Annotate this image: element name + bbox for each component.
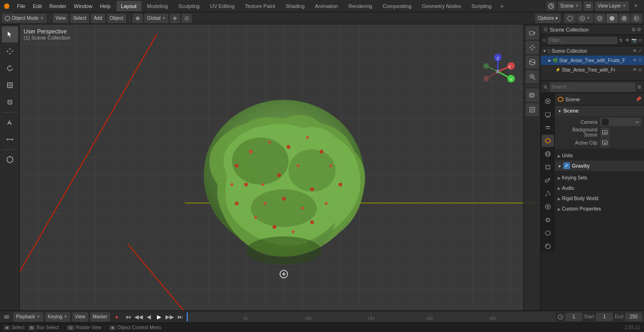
outliner-tree-item-2[interactable]: ⚡ Star_Anise_Tree_with_Fr 👁 ⊙ [541,65,644,74]
modifier-props-tab[interactable] [542,174,554,186]
timeline-ruler[interactable]: 1 50 100 150 200 250 [187,312,555,322]
tab-compositing[interactable]: Compositing [378,1,416,11]
view-layer-props-tab[interactable] [542,121,554,134]
scene-selector[interactable]: Scene ▼ [558,1,582,11]
viewport-camera-button[interactable] [526,26,539,40]
outliner-settings-icon[interactable]: ⚙ [637,27,641,32]
scene-props-tab[interactable] [542,135,554,147]
jump-end-button[interactable]: ⏭ [175,312,185,322]
tab-modeling[interactable]: Modeling [142,1,173,11]
camera-edit-button[interactable]: ✏ [636,120,639,125]
play-button[interactable]: ▶ [155,312,164,322]
xray-button[interactable] [594,14,605,23]
view-layer-selector[interactable]: View Layer ▼ [595,1,629,11]
tree-render-icon-1[interactable]: ⊙ [638,58,642,63]
material-props-tab[interactable] [542,240,554,252]
tree-render-icon-2[interactable]: ⊙ [638,67,642,72]
menu-file[interactable]: File [13,0,29,12]
playback-menu-button[interactable]: Playback ▼ [13,312,43,322]
marker-menu-button[interactable]: Marker [90,312,110,322]
outliner-camera-toggle[interactable]: 📷 [631,38,637,43]
transform-pivot-button[interactable] [132,14,143,23]
tab-shading[interactable]: Shading [281,1,309,11]
outliner-scene-collection-row[interactable]: ▼ □ Scene Collection 👁 ✓ [541,46,644,56]
tab-texture-paint[interactable]: Texture Paint [240,1,280,11]
editor-type-button[interactable]: Object Mode ▼ [2,14,47,23]
outliner-sort-icon[interactable]: ⇅ [619,38,623,43]
cursor-tool-button[interactable] [2,26,18,42]
transform-orientation-button[interactable]: Global ▼ [144,14,169,23]
current-frame-input[interactable]: 1 [565,313,582,321]
viewport-overlay-button[interactable]: ▼ [577,14,593,23]
background-scene-icon-button[interactable] [600,128,610,137]
transform-tool-button[interactable] [2,94,18,110]
add-workspace-tab-button[interactable]: + [497,1,507,11]
timeline-playhead[interactable] [187,312,188,322]
outliner-filter-icon[interactable]: ⊞ [632,27,636,32]
view-menu-button-timeline[interactable]: View [72,312,88,322]
gravity-checkbox[interactable]: ✓ [563,162,570,169]
jump-start-button[interactable]: ⏮ [124,312,133,322]
end-frame-input[interactable]: 250 [625,313,642,321]
view-layer-icon[interactable] [584,1,593,11]
units-section-header[interactable]: Units [555,150,644,161]
add-cube-tool-button[interactable] [2,152,18,168]
physics-props-tab[interactable] [542,201,554,213]
audio-section-header[interactable]: Audio [555,183,644,193]
snap-button[interactable] [170,14,180,23]
tab-uv-editing[interactable]: UV Editing [205,1,239,11]
tab-scripting[interactable]: Scripting [467,1,496,11]
data-props-tab[interactable] [542,227,554,239]
close-view-layer-button[interactable]: ✕ [631,1,640,11]
keying-sets-section-header[interactable]: Keying Sets [555,172,644,183]
tree-vis-icon-1[interactable]: 👁 [633,58,637,63]
play-reverse-button[interactable]: ◀ [144,312,154,322]
menu-help[interactable]: Help [96,0,115,12]
keying-menu-button[interactable]: Keying ▼ [45,312,71,322]
move-tool-button[interactable] [2,43,18,59]
render-region-button[interactable] [526,103,539,116]
viewport-pan-button[interactable] [526,41,539,54]
prev-frame-button[interactable]: ◀◀ [134,312,143,322]
outliner-visibility-toggle[interactable]: 👁 [625,38,630,43]
exclude-icon[interactable]: ✓ [638,49,642,53]
viewport-gizmo-button[interactable] [564,14,576,23]
viewport-orbit-button[interactable] [526,56,539,69]
properties-pin-icon[interactable]: 📌 [636,97,641,102]
camera-control[interactable]: ✏ [600,118,641,126]
outliner-render-toggle[interactable]: ⊙ [638,38,642,43]
menu-render[interactable]: Render [46,0,70,12]
properties-search-input[interactable] [550,82,636,92]
view-menu-button[interactable]: View [53,14,69,23]
tab-geometry-nodes[interactable]: Geometry Nodes [417,1,466,11]
constraint-props-tab[interactable] [542,214,554,226]
scale-tool-button[interactable] [2,77,18,93]
outliner-search-input[interactable] [547,37,618,44]
particles-props-tab[interactable] [542,187,554,200]
active-clip-icon-button[interactable] [600,138,610,147]
tree-vis-icon-2[interactable]: 👁 [633,67,637,72]
viewport-gizmo[interactable]: X Y Z [479,53,517,90]
viewport-3d[interactable]: User Perspective (1) Scene Collection X … [20,24,540,310]
material-shading-button[interactable] [619,14,630,23]
object-props-tab[interactable] [542,161,554,173]
gravity-section-title[interactable]: ✓ Gravity [555,161,644,171]
blender-logo[interactable]: ⬟ [0,0,13,12]
select-menu-button[interactable]: Select [70,14,89,23]
object-menu-button[interactable]: Object [107,14,126,23]
rigid-body-section-header[interactable]: Rigid Body World [555,193,644,203]
custom-props-section-header[interactable]: Custom Properties [555,203,644,214]
menu-window[interactable]: Window [70,0,96,12]
scene-section-title[interactable]: Scene [555,105,644,116]
tab-layout[interactable]: Layout [116,1,141,11]
add-menu-button[interactable]: Add [91,14,105,23]
start-frame-input[interactable]: 1 [596,313,613,321]
output-props-tab[interactable] [542,108,554,121]
properties-filter-icon[interactable]: ⊞ [637,84,641,89]
world-props-tab[interactable] [542,148,554,160]
solid-shading-button[interactable] [606,14,618,23]
menu-edit[interactable]: Edit [29,0,46,12]
options-button[interactable]: Options ▾ [535,14,561,23]
viewport-zoom-button[interactable] [526,70,539,83]
measure-tool-button[interactable] [2,131,18,147]
